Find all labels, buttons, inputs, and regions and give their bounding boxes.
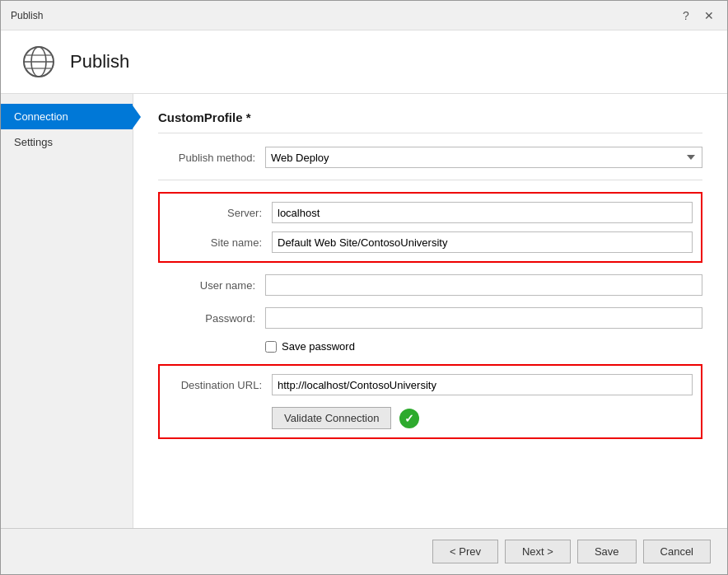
footer: < Prev Next > Save Cancel [1, 528, 727, 574]
title-bar-controls: ? ✕ [678, 7, 717, 24]
title-bar: Publish ? ✕ [1, 1, 727, 30]
close-button[interactable]: ✕ [701, 7, 717, 24]
password-input[interactable] [265, 307, 702, 329]
password-row: Password: [158, 307, 702, 329]
destination-box: Destination URL: Validate Connection ✓ [158, 364, 702, 439]
sidebar-item-settings[interactable]: Settings [1, 129, 133, 155]
site-name-row: Site name: [165, 231, 693, 253]
publish-method-label: Publish method: [158, 152, 265, 164]
header-title: Publish [70, 51, 129, 72]
prev-button[interactable]: < Prev [432, 540, 498, 563]
server-label: Server: [165, 207, 272, 219]
publish-dialog: Publish ? ✕ Publish Connection S [0, 0, 728, 575]
destination-url-row: Destination URL: [165, 374, 693, 395]
title-bar-text: Publish [11, 10, 43, 21]
connection-valid-icon: ✓ [399, 409, 419, 428]
divider [158, 180, 702, 180]
sidebar-connection-label: Connection [14, 110, 68, 123]
save-button[interactable]: Save [577, 540, 637, 563]
server-input[interactable] [272, 202, 693, 223]
profile-title: CustomProfile * [158, 110, 702, 133]
main-content: CustomProfile * Publish method: Web Depl… [133, 94, 727, 528]
save-password-checkbox[interactable] [265, 341, 277, 353]
destination-url-label: Destination URL: [165, 379, 272, 391]
header-area: Publish [1, 30, 727, 94]
publish-method-row: Publish method: Web Deploy Web Deploy Pa… [158, 147, 702, 168]
sidebar-settings-label: Settings [14, 136, 53, 148]
content-area: Connection Settings CustomProfile * Publ… [1, 94, 727, 528]
sidebar: Connection Settings [1, 94, 133, 528]
next-button[interactable]: Next > [505, 540, 571, 563]
publish-method-select[interactable]: Web Deploy Web Deploy Package FTP File S… [265, 147, 702, 168]
title-bar-left: Publish [11, 10, 43, 21]
validate-connection-button[interactable]: Validate Connection [272, 407, 391, 429]
username-row: User name: [158, 274, 702, 296]
site-name-label: Site name: [165, 236, 272, 249]
save-password-label[interactable]: Save password [282, 340, 355, 353]
validate-row: Validate Connection ✓ [272, 407, 693, 429]
save-password-row: Save password [265, 340, 702, 353]
password-label: Password: [158, 312, 265, 325]
help-button[interactable]: ? [678, 7, 694, 24]
destination-url-input[interactable] [272, 374, 693, 395]
globe-icon [21, 44, 57, 80]
cancel-button[interactable]: Cancel [643, 540, 711, 563]
site-name-input[interactable] [272, 231, 693, 253]
server-row: Server: [165, 202, 693, 223]
username-label: User name: [158, 279, 265, 292]
server-sitename-box: Server: Site name: [158, 192, 702, 263]
username-input[interactable] [265, 274, 702, 296]
sidebar-item-connection[interactable]: Connection [1, 104, 133, 129]
